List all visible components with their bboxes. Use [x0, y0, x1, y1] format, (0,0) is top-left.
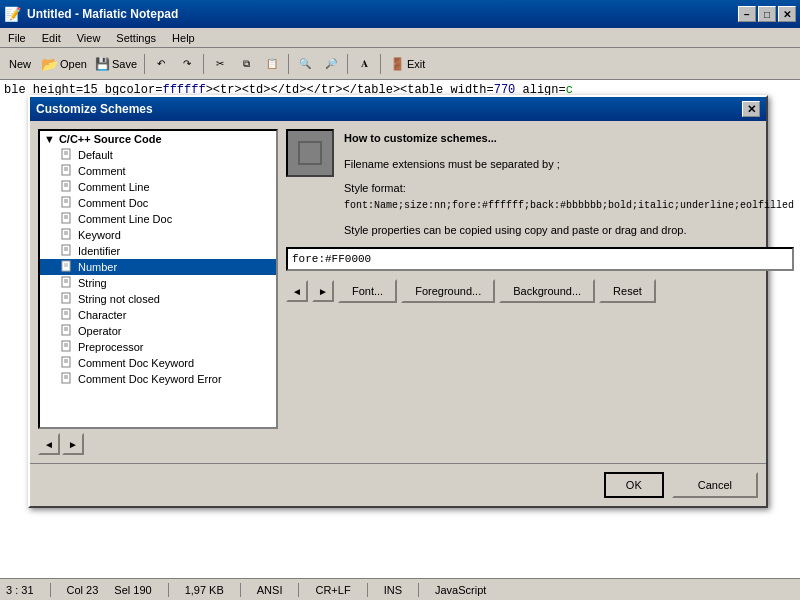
dialog-overlay: Customize Schemes ✕ ▼ C/C++ Source Code … [0, 0, 800, 600]
info-area: How to customize schemes... Filename ext… [286, 129, 794, 239]
preview-svg [294, 137, 326, 169]
info-line2: Style format: [344, 179, 794, 197]
scheme-header[interactable]: ▼ C/C++ Source Code [40, 131, 276, 147]
scheme-item-string-not-closed[interactable]: String not closed [40, 291, 276, 307]
style-value-input[interactable] [286, 247, 794, 271]
right-panel: How to customize schemes... Filename ext… [286, 129, 794, 455]
scheme-listbox[interactable]: ▼ C/C++ Source Code Default Comment [38, 129, 278, 429]
scheme-item-character[interactable]: Character [40, 307, 276, 323]
cancel-button[interactable]: Cancel [672, 472, 758, 498]
scheme-scroll-up-button[interactable]: ◄ [38, 433, 60, 455]
scheme-item-comment-line-doc[interactable]: Comment Line Doc [40, 211, 276, 227]
doc-icon [60, 212, 74, 226]
dialog-body: ▼ C/C++ Source Code Default Comment [30, 121, 766, 463]
list-nav: ◄ ► [38, 433, 278, 455]
scheme-item-comment-doc-keyword-error[interactable]: Comment Doc Keyword Error [40, 371, 276, 387]
dialog-footer: OK Cancel [30, 463, 766, 506]
scheme-item-comment-doc-keyword[interactable]: Comment Doc Keyword [40, 355, 276, 371]
scheme-item-comment-line[interactable]: Comment Line [40, 179, 276, 195]
doc-icon [60, 180, 74, 194]
doc-icon [60, 228, 74, 242]
scheme-preview-icon [286, 129, 334, 177]
info-text: How to customize schemes... Filename ext… [344, 129, 794, 239]
scheme-scroll-down-button[interactable]: ► [62, 433, 84, 455]
foreground-button[interactable]: Foreground... [401, 279, 495, 303]
doc-icon [60, 308, 74, 322]
doc-icon [60, 148, 74, 162]
reset-button[interactable]: Reset [599, 279, 656, 303]
doc-icon [60, 164, 74, 178]
next-style-button[interactable]: ► [312, 280, 334, 302]
doc-icon [60, 324, 74, 338]
info-line4: Style properties can be copied using cop… [344, 221, 794, 239]
info-line1: Filename extensions must be separated by… [344, 155, 794, 173]
scheme-item-identifier[interactable]: Identifier [40, 243, 276, 259]
background-button[interactable]: Background... [499, 279, 595, 303]
info-line3: font:Name;size:nn;fore:#ffffff;back:#bbb… [344, 197, 794, 215]
dialog-title: Customize Schemes [36, 102, 153, 116]
scheme-item-comment[interactable]: Comment [40, 163, 276, 179]
dialog-title-bar: Customize Schemes ✕ [30, 97, 766, 121]
scheme-item-preprocessor[interactable]: Preprocessor [40, 339, 276, 355]
dialog-close-button[interactable]: ✕ [742, 101, 760, 117]
ok-button[interactable]: OK [604, 472, 664, 498]
svg-rect-46 [300, 143, 320, 163]
doc-icon [60, 196, 74, 210]
doc-icon [60, 276, 74, 290]
doc-icon [60, 372, 74, 386]
prev-style-button[interactable]: ◄ [286, 280, 308, 302]
scheme-list-panel: ▼ C/C++ Source Code Default Comment [38, 129, 278, 455]
style-buttons: ◄ ► Font... Foreground... Background... … [286, 279, 794, 303]
scheme-item-string[interactable]: String [40, 275, 276, 291]
doc-icon [60, 244, 74, 258]
scheme-item-operator[interactable]: Operator [40, 323, 276, 339]
doc-icon [60, 260, 74, 274]
scheme-item-number[interactable]: Number [40, 259, 276, 275]
customize-schemes-dialog: Customize Schemes ✕ ▼ C/C++ Source Code … [28, 95, 768, 508]
scheme-item-default[interactable]: Default [40, 147, 276, 163]
font-button[interactable]: Font... [338, 279, 397, 303]
scheme-header-label: C/C++ Source Code [59, 133, 162, 145]
doc-icon [60, 292, 74, 306]
scheme-item-keyword[interactable]: Keyword [40, 227, 276, 243]
doc-icon [60, 340, 74, 354]
doc-icon [60, 356, 74, 370]
info-title: How to customize schemes... [344, 129, 794, 147]
scheme-item-comment-doc[interactable]: Comment Doc [40, 195, 276, 211]
